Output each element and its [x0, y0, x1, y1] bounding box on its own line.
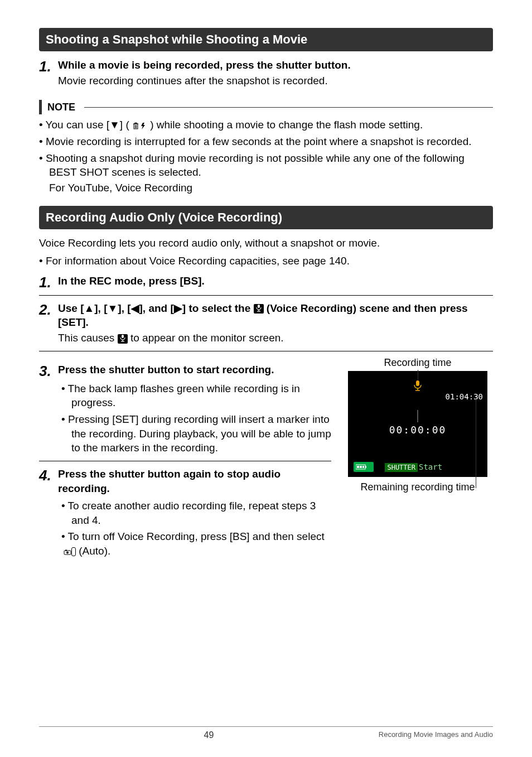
mic-icon — [413, 380, 422, 393]
text-fragment: Use [ — [58, 302, 84, 314]
page-footer: 49 Recording Movie Images and Audio — [39, 726, 493, 740]
text-fragment: ], and [ — [139, 302, 174, 314]
screen-bottom-bar: SHUTTERStart — [354, 462, 442, 471]
footer-section-name: Recording Movie Images and Audio — [379, 730, 493, 740]
text-fragment: This causes — [58, 332, 118, 344]
intro-text: Voice Recording lets you record audio on… — [39, 236, 493, 250]
callout-pointer-line — [476, 399, 476, 488]
step-number: 1. — [39, 274, 58, 290]
elapsed-time-value: 00:00:00 — [348, 424, 487, 436]
callout-label-remaining-time: Remaining recording time — [342, 481, 493, 493]
note-pipe-decoration — [39, 100, 42, 114]
step-separator — [39, 461, 331, 461]
callout-label-recording-time: Recording time — [342, 357, 493, 369]
up-arrow-icon: ▲ — [84, 302, 94, 314]
text-fragment: ] to select the — [182, 302, 254, 314]
step-number: 2. — [39, 301, 58, 317]
svg-rect-23 — [362, 466, 364, 468]
svg-marker-6 — [141, 123, 145, 129]
text-fragment: ) while shooting a movie to change the f… — [150, 119, 423, 131]
page-number: 49 — [39, 730, 379, 740]
step-number: 3. — [39, 363, 58, 378]
step-title: Use [▲], [▼], [◀], and [▶] to select the… — [58, 301, 493, 330]
text-fragment: To turn off Voice Recording, press [BS] … — [68, 531, 325, 542]
camera-screen-preview: 01:04:30 00:00:00 SHUTTERStart — [348, 371, 487, 477]
svg-rect-7 — [258, 305, 260, 308]
mic-icon — [118, 334, 128, 344]
svg-rect-16 — [416, 380, 419, 386]
svg-point-15 — [66, 551, 69, 553]
svg-rect-2 — [135, 123, 137, 124]
text-fragment: ] ( — [120, 119, 132, 131]
step-bullet: To turn off Voice Recording, press [BS] … — [39, 529, 331, 558]
left-arrow-icon: ◀ — [131, 302, 139, 314]
text-fragment: ], [ — [118, 302, 130, 314]
step-bullet: The back lamp flashes green while record… — [39, 382, 331, 410]
down-arrow-icon: ▼ — [108, 302, 118, 314]
text-fragment: You can use [ — [46, 119, 109, 131]
trash-flash-icon — [132, 120, 150, 130]
battery-icon — [354, 462, 374, 472]
step-title: Press the shutter button again to stop a… — [58, 467, 331, 495]
auto-camera-icon — [71, 547, 76, 556]
callout-pointer-line — [418, 410, 418, 422]
step-separator — [39, 295, 493, 296]
intro-bullet: For information about Voice Recording ca… — [39, 254, 493, 268]
note-continuation: For YouTube, Voice Recording — [39, 181, 493, 195]
right-arrow-icon: ▶ — [174, 302, 182, 314]
note-item: Movie recording is interrupted for a few… — [39, 134, 493, 149]
step-number: 4. — [39, 467, 58, 483]
mic-icon — [254, 304, 264, 314]
svg-rect-20 — [365, 466, 366, 468]
text-fragment: ], [ — [94, 302, 107, 314]
text-fragment: to appear on the monitor screen. — [128, 332, 284, 344]
step-subtext: Movie recording continues after the snap… — [58, 74, 351, 88]
section-heading-snapshot: Shooting a Snapshot while Shooting a Mov… — [39, 28, 493, 51]
step-title: In the REC mode, press [BS]. — [58, 274, 205, 288]
start-label: Start — [419, 462, 442, 471]
section-heading-voice: Recording Audio Only (Voice Recording) — [39, 206, 493, 229]
down-arrow-icon: ▼ — [109, 119, 120, 131]
callout-pointer-line — [418, 370, 418, 380]
step-subtext: This causes to appear on the monitor scr… — [58, 331, 493, 345]
text-fragment: (Auto). — [76, 545, 110, 557]
svg-rect-14 — [65, 549, 67, 551]
step-title: Press the shutter button to start record… — [58, 363, 274, 377]
svg-rect-22 — [360, 466, 362, 468]
svg-rect-10 — [122, 335, 124, 338]
step-number: 1. — [39, 58, 58, 74]
remaining-time-value: 01:04:30 — [446, 392, 483, 401]
note-label: NOTE — [47, 102, 75, 113]
note-item: Shooting a snapshot during movie recordi… — [39, 151, 493, 180]
note-item: You can use [▼] ( ) while shooting a mov… — [39, 118, 493, 132]
step-bullet: To create another audio recording file, … — [39, 499, 331, 527]
note-divider-line — [84, 107, 493, 108]
svg-rect-21 — [357, 466, 359, 468]
step-title: While a movie is being recorded, press t… — [58, 58, 351, 73]
step-bullet: Pressing [SET] during recording will ins… — [39, 412, 331, 455]
step-separator — [39, 351, 493, 351]
shutter-label: SHUTTER — [385, 463, 418, 472]
